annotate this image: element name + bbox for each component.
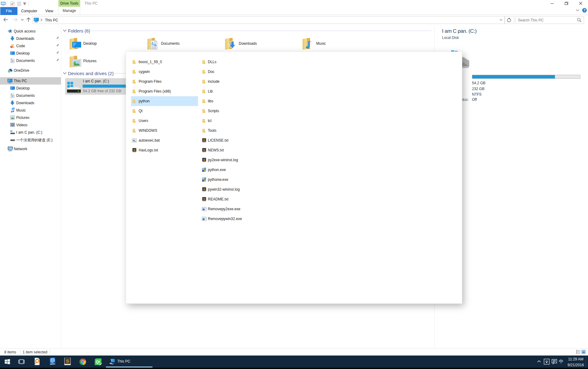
svg-text:Qt: Qt <box>96 360 100 364</box>
svg-text:S: S <box>66 358 69 363</box>
svg-text:A: A <box>151 41 153 44</box>
